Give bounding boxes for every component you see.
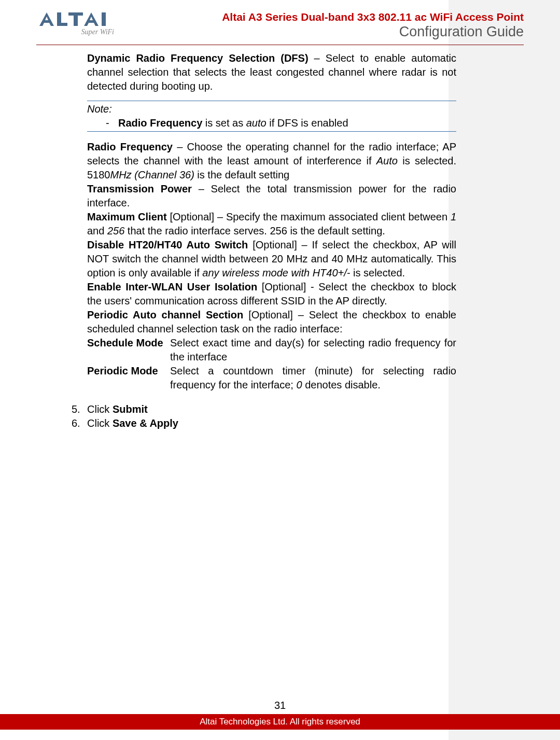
note-item-italic: auto <box>246 117 267 129</box>
svg-rect-4 <box>102 12 106 26</box>
mc-paragraph: Maximum Client [Optional] – Specify the … <box>87 210 456 238</box>
mode-table: Schedule Mode Select exact time and day(… <box>87 336 456 392</box>
steps-list: 5. Click Submit 6. Click Save & Apply <box>72 402 456 430</box>
body-content: Dynamic Radio Frequency Selection (DFS) … <box>87 51 456 430</box>
mc-256: 256 <box>107 225 124 236</box>
note-item-mid: is set as <box>202 117 246 129</box>
schedule-label: Schedule Mode <box>87 336 170 364</box>
step-6: 6. Click Save & Apply <box>72 416 456 430</box>
tx-paragraph: Transmission Power – Select the total tr… <box>87 182 456 210</box>
ht-paragraph: Disable HT20/HT40 Auto Switch [Optional]… <box>87 238 456 280</box>
step-6-num: 6. <box>72 416 80 430</box>
note-item: Radio Frequency is set as auto if DFS is… <box>87 116 456 130</box>
note-item-end: if DFS is enabled <box>267 117 348 129</box>
logo-tagline: Super WiFi <box>36 28 140 36</box>
ht-term: Disable HT20/HT40 Auto Switch <box>87 239 248 250</box>
footer-copyright: Altai Technologies Ltd. All rights reser… <box>0 714 560 730</box>
mc-text-b: and <box>87 225 107 236</box>
step-5: 5. Click Submit <box>72 402 456 416</box>
iw-paragraph: Enable Inter-WLAN User Isolation [Option… <box>87 280 456 308</box>
page-number: 31 <box>0 700 560 711</box>
header-product-title: Altai A3 Series Dual-band 3x3 802.11 ac … <box>222 10 524 23</box>
pa-paragraph: Periodic Auto channel Section [Optional]… <box>87 308 456 336</box>
header-titles: Altai A3 Series Dual-band 3x3 802.11 ac … <box>222 10 524 40</box>
iw-term: Enable Inter-WLAN User Isolation <box>87 281 257 292</box>
header-doc-title: Configuration Guide <box>222 23 524 40</box>
tx-term: Transmission Power <box>87 183 192 194</box>
rf-mhz: MHz (Channel 36) <box>110 169 194 180</box>
svg-rect-1 <box>57 23 67 26</box>
mc-1: 1 <box>451 211 456 222</box>
step-5-a: Click <box>87 403 113 415</box>
altai-logo-icon <box>36 10 140 29</box>
step-5-b: Submit <box>113 403 148 415</box>
ht-text-b: is selected. <box>350 267 405 278</box>
note-block: Note: Radio Frequency is set as auto if … <box>87 101 456 132</box>
periodic-zero: 0 <box>296 379 302 390</box>
periodic-row: Periodic Mode Select a countdown timer (… <box>87 364 456 392</box>
periodic-label: Periodic Mode <box>87 364 170 392</box>
schedule-row: Schedule Mode Select exact time and day(… <box>87 336 456 364</box>
note-item-term: Radio Frequency <box>118 117 202 129</box>
svg-rect-3 <box>74 12 78 26</box>
logo: Super WiFi <box>36 10 140 35</box>
pa-term: Periodic Auto channel Section <box>87 309 243 320</box>
periodic-text-b: denotes disable. <box>302 379 381 390</box>
rf-auto: Auto <box>376 155 398 166</box>
rf-paragraph: Radio Frequency – Choose the operating c… <box>87 140 456 182</box>
page-header: Super WiFi Altai A3 Series Dual-band 3x3… <box>36 10 524 45</box>
rf-text-c: is the default setting <box>194 169 289 180</box>
mc-text-a: [Optional] – Specify the maximum associa… <box>167 211 451 222</box>
note-label: Note: <box>87 102 456 116</box>
dfs-term: Dynamic Radio Frequency Selection (DFS) <box>87 52 309 64</box>
schedule-text: Select exact time and day(s) for selecti… <box>170 336 456 364</box>
step-5-num: 5. <box>72 402 80 416</box>
rf-term: Radio Frequency <box>87 141 173 152</box>
step-6-a: Click <box>87 417 113 429</box>
periodic-text: Select a countdown timer (minute) for se… <box>170 364 456 392</box>
mc-term: Maximum Client <box>87 211 167 222</box>
dfs-paragraph: Dynamic Radio Frequency Selection (DFS) … <box>87 51 456 93</box>
ht-italic: any wireless mode with HT40+/- <box>202 267 350 278</box>
step-6-b: Save & Apply <box>113 417 178 429</box>
mc-text-c: that the radio interface serves. 256 is … <box>124 225 385 236</box>
